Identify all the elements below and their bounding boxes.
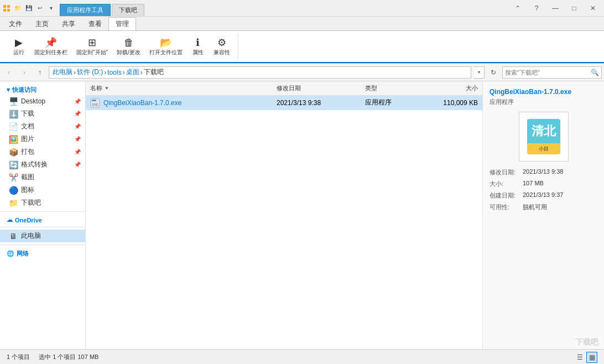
sidebar-section-network[interactable]: 🌐 网络 [0, 247, 85, 259]
properties-btn[interactable]: ℹ 属性 [188, 35, 208, 58]
sidebar-item-icons[interactable]: 🔵 图标 [0, 184, 85, 196]
back-btn[interactable]: ‹ [2, 66, 15, 79]
table-row[interactable]: EXE QingBeiXiaoBan-1.7.0.exe 2021/3/13 9… [86, 96, 482, 110]
save-icon[interactable]: 💾 [24, 4, 33, 13]
status-bar: 1 个项目 选中 1 个项目 107 MB ☰ ▦ [0, 349, 604, 364]
download-icon: ⬇️ [9, 110, 18, 118]
detail-filetype: 应用程序 [490, 98, 514, 106]
detail-prop-size: 大小: 107 MB [490, 180, 597, 188]
view-btn-details[interactable]: ▦ [586, 352, 597, 363]
search-icon[interactable]: 🔍 [591, 69, 599, 76]
ribbon: 文件 主页 共享 查看 管理 ▶ 运行 📌 固定到任务栏 ⊞ 固定到"开始" [0, 17, 604, 64]
detail-props: 修改日期: 2021/3/13 9:38 大小: 107 MB 创建日期: 20… [490, 168, 597, 215]
chevron-icon: ▾ [7, 86, 10, 93]
convert-icon: 🔄 [9, 160, 18, 169]
sidebar-item-convert[interactable]: 🔄 格式转换 📌 [0, 158, 85, 171]
col-header-type[interactable]: 类型 [361, 84, 427, 92]
sidebar-label-download: 下载 [21, 109, 34, 118]
prop-label-modified: 修改日期: [490, 168, 518, 176]
file-area: 名称 ▼ 修改日期 类型 大小 EXE [86, 81, 482, 349]
file-column-header: 名称 ▼ 修改日期 类型 大小 [86, 81, 482, 96]
file-list: EXE QingBeiXiaoBan-1.7.0.exe 2021/3/13 9… [86, 96, 482, 349]
close-btn[interactable]: ✕ [584, 2, 602, 14]
quick-access-icon[interactable]: 📁 [13, 4, 22, 13]
onedrive-icon: ☁ [7, 216, 13, 223]
prop-value-modified: 2021/3/13 9:38 [523, 168, 563, 176]
tab-share[interactable]: 共享 [55, 17, 82, 30]
sidebar-item-dl吧[interactable]: 📁 下载吧 [0, 196, 85, 209]
maximize-btn[interactable]: □ [565, 2, 583, 14]
ribbon-tab-bar: 文件 主页 共享 查看 管理 [0, 17, 604, 31]
tab-manage[interactable]: 管理 [108, 17, 136, 30]
sidebar-section-quick-access[interactable]: ▾ 快速访问 [0, 84, 85, 95]
search-input[interactable] [505, 69, 589, 76]
compat-icon: ⚙ [217, 37, 226, 49]
path-computer[interactable]: 此电脑 [53, 67, 72, 77]
open-location-icon: 📂 [160, 37, 172, 49]
pin-start-btn[interactable]: ⊞ 固定到"开始" [73, 35, 111, 58]
col-header-date[interactable]: 修改日期 [272, 84, 361, 92]
sidebar-item-docs[interactable]: 📄 文档 📌 [0, 120, 85, 133]
tab-file[interactable]: 文件 [2, 17, 29, 30]
pictures-icon: 🖼️ [9, 135, 18, 144]
compat-btn[interactable]: ⚙ 兼容性 [210, 35, 233, 58]
minimize-btn[interactable]: — [546, 2, 564, 14]
sidebar-item-screenshot[interactable]: ✂️ 截图 [0, 171, 85, 184]
col-header-name[interactable]: 名称 ▼ [86, 84, 272, 92]
sidebar-item-download[interactable]: ⬇️ 下载 📌 [0, 107, 85, 120]
detail-filename: QingBeiXiaoBan-1.7.0.exe [490, 88, 571, 96]
sidebar-label-pictures: 图片 [21, 134, 34, 144]
window-icon [2, 4, 11, 13]
path-dropdown-btn[interactable]: ▾ [473, 66, 485, 79]
col-header-size[interactable]: 大小 [427, 84, 482, 92]
tab-downloads[interactable]: 下载吧 [112, 4, 144, 16]
sidebar-section-onedrive[interactable]: ☁ OneDrive [0, 214, 85, 225]
sidebar-item-pictures[interactable]: 🖼️ 图片 📌 [0, 133, 85, 145]
title-bar: 📁 💾 ↩ ▾ 应用程序工具 下载吧 ⌃ ? — □ ✕ [0, 0, 604, 17]
path-desktop[interactable]: 桌面 [126, 67, 139, 77]
sidebar-label-pack: 打包 [21, 147, 34, 157]
ribbon-collapse-btn[interactable]: ⌃ [509, 2, 527, 14]
help-btn[interactable]: ? [528, 2, 545, 14]
up-btn[interactable]: ↑ [33, 66, 46, 79]
path-tools[interactable]: tools [107, 69, 121, 76]
pin-indicator-5: 📌 [74, 149, 81, 155]
forward-btn[interactable]: › [18, 66, 31, 79]
exe-file-icon: EXE [90, 98, 100, 108]
refresh-btn[interactable]: ↻ [487, 66, 500, 79]
tab-app-tools[interactable]: 应用程序工具 [60, 4, 111, 16]
app-icon: 清北 小目 [524, 117, 563, 156]
file-name-cell: EXE QingBeiXiaoBan-1.7.0.exe [86, 98, 272, 108]
prop-label-size: 大小: [490, 180, 518, 188]
pin-icon: 📌 [45, 37, 57, 49]
tab-home[interactable]: 主页 [29, 17, 55, 30]
pin-indicator-2: 📌 [74, 111, 81, 117]
path-drive[interactable]: 软件 (D:) [77, 67, 103, 77]
detail-prop-modified: 修改日期: 2021/3/13 9:38 [490, 168, 597, 176]
sidebar-label-icons: 图标 [21, 185, 34, 195]
dropdown-btn[interactable]: ▾ [46, 4, 55, 13]
thispc-label: 此电脑 [21, 231, 41, 241]
status-item-count: 1 个项目 [7, 353, 30, 361]
run-btn[interactable]: ▶ 运行 [9, 35, 29, 58]
sidebar-item-desktop[interactable]: 🖥️ Desktop 📌 [0, 95, 85, 107]
pin-btn[interactable]: 📌 固定到任务栏 [31, 35, 71, 58]
title-bar-icons: 📁 💾 ↩ ▾ [2, 4, 55, 13]
svg-text:EXE: EXE [92, 103, 98, 106]
sidebar-item-pack[interactable]: 📦 打包 📌 [0, 145, 85, 158]
undo-icon[interactable]: ↩ [35, 4, 44, 13]
tab-view[interactable]: 查看 [82, 17, 108, 30]
properties-icon: ℹ [196, 37, 200, 49]
screenshot-icon: ✂️ [9, 173, 18, 182]
pin-indicator-4: 📌 [74, 136, 81, 142]
view-btn-list[interactable]: ☰ [574, 352, 585, 363]
sort-arrow-name: ▼ [105, 86, 109, 91]
detail-panel: QingBeiXiaoBan-1.7.0.exe 应用程序 清北 小目 修改日期… [482, 81, 604, 349]
address-path[interactable]: 此电脑 › 软件 (D:) › tools › 桌面 › 下载吧 [49, 66, 471, 79]
file-date-cell: 2021/3/13 9:38 [272, 99, 361, 107]
sidebar-item-thispc[interactable]: 🖥 此电脑 [0, 230, 85, 242]
main-layout: ▾ 快速访问 🖥️ Desktop 📌 ⬇️ 下载 📌 📄 文档 📌 🖼️ 图片… [0, 81, 604, 349]
sidebar-label-docs: 文档 [21, 122, 34, 131]
uninstall-btn[interactable]: 🗑 卸载/更改 [113, 35, 144, 58]
open-location-btn[interactable]: 📂 打开文件位置 [146, 35, 186, 58]
